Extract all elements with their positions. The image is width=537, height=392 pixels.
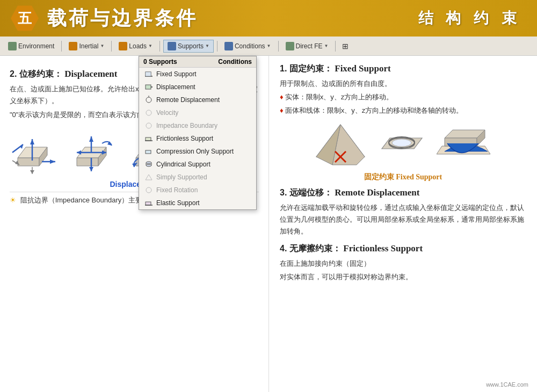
frictionless-label: Frictionless Support xyxy=(156,135,213,142)
star-icon: ☀ xyxy=(10,196,16,204)
compression-only-label: Compression Only Support xyxy=(156,148,234,155)
toolbar-sep-1 xyxy=(61,41,62,52)
fixed-rotation-icon xyxy=(144,186,153,194)
dropdown-item-fixed-support[interactable]: Fixed Support xyxy=(139,68,256,81)
svg-marker-30 xyxy=(30,170,34,174)
fixed-support-caption: 固定约束 Fixed Support xyxy=(280,172,526,182)
dropdown-item-remote-displacement[interactable]: Remote Displacement xyxy=(139,93,256,106)
elastic-label: Elastic Support xyxy=(156,199,200,207)
toolbar-sep-2 xyxy=(111,41,112,52)
svg-rect-2 xyxy=(146,72,151,76)
toolbar: Environment Inertial ▼ Loads ▼ Supports … xyxy=(0,37,537,56)
hexagon-badge: 五 xyxy=(11,4,39,32)
inertial-caret: ▼ xyxy=(100,43,104,48)
svg-point-8 xyxy=(146,123,151,128)
displacement-icon xyxy=(144,83,153,91)
svg-marker-26 xyxy=(30,139,34,144)
conditions-caret: ▼ xyxy=(267,43,271,48)
svg-point-17 xyxy=(146,187,151,193)
remote-disp-body: 允许在远端加载平动和旋转位移，通过点或输入坐标值定义远端的定位点，默认位置为几何… xyxy=(280,202,526,237)
supports-caret: ▼ xyxy=(205,43,209,48)
fixed-support-shape-3 xyxy=(437,122,496,170)
fixed-support-body: 用于限制点、边或面的所有自由度。 实体：限制x、y、z方向上的移动。 面体和线体… xyxy=(280,78,526,117)
dropdown-item-elastic[interactable]: Elastic Support xyxy=(139,197,256,209)
remote-disp-title: 3. 远端位移： Remote Displacement xyxy=(280,187,526,199)
cylindrical-icon xyxy=(144,160,153,169)
fixed-support-section: 1. 固定约束： Fixed Support 用于限制点、边或面的所有自由度。 … xyxy=(280,63,526,182)
svg-marker-16 xyxy=(146,175,152,180)
svg-rect-3 xyxy=(146,85,151,89)
toolbar-sep-6 xyxy=(335,41,336,52)
supports-icon xyxy=(168,42,176,50)
loads-caret: ▼ xyxy=(148,43,153,48)
conditions-icon xyxy=(224,42,233,50)
loads-label: Loads xyxy=(129,42,147,50)
fixed-rotation-label: Fixed Rotation xyxy=(156,186,198,194)
svg-marker-43 xyxy=(77,150,81,155)
page-subtitle: 结 构 约 束 xyxy=(418,8,521,28)
dropdown-item-cylindrical[interactable]: Cylindrical Support xyxy=(139,158,256,171)
bullet1: 实体：限制x、y、z方向上的移动。 xyxy=(280,91,526,103)
svg-marker-28 xyxy=(50,159,55,164)
dropdown-item-displacement[interactable]: Displacement xyxy=(139,81,256,93)
svg-rect-9 xyxy=(146,137,151,141)
dropdown-header-supports: 0 Supports xyxy=(143,58,177,66)
direct-fe-icon xyxy=(286,42,294,50)
page-header: 五 载荷与边界条件 结 构 约 束 xyxy=(0,0,537,37)
svg-point-12 xyxy=(146,164,151,166)
velocity-label: Velocity xyxy=(156,109,178,117)
disp-diagram-1 xyxy=(10,128,63,177)
environment-label: Environment xyxy=(18,42,54,50)
simply-supported-label: Simply Supported xyxy=(156,173,207,181)
right-panel: 1. 固定约束： Fixed Support 用于限制点、边或面的所有自由度。 … xyxy=(268,56,537,392)
svg-point-62 xyxy=(392,139,411,147)
environment-icon xyxy=(8,42,17,50)
displacement-label: Displacement xyxy=(156,83,195,91)
main-content: 2. 位移约束： Displacement 在点、边或面上施加已知位移。允许给出… xyxy=(0,56,537,392)
inertial-icon xyxy=(69,42,77,50)
svg-point-7 xyxy=(146,110,151,115)
disp-diagram-2 xyxy=(69,128,122,177)
elastic-icon xyxy=(144,199,153,207)
conditions-label: Conditions xyxy=(235,42,265,50)
supports-dropdown: 0 Supports Conditions Fixed Support Disp… xyxy=(139,56,257,210)
impedance-label: Impedance Boundary xyxy=(156,122,217,129)
toolbar-sep-3 xyxy=(159,41,160,52)
toolbar-extra-button[interactable]: ⊞ xyxy=(339,40,352,52)
dropdown-item-compression-only[interactable]: Compression Only Support xyxy=(139,145,256,158)
svg-rect-18 xyxy=(146,202,151,205)
hexagon-label: 五 xyxy=(18,9,32,28)
direct-fe-button[interactable]: Direct FE ▼ xyxy=(282,40,332,52)
loads-icon xyxy=(119,42,127,50)
frictionless-title: 4. 无摩擦约束： Frictionless Support xyxy=(280,243,526,255)
fixed-support-shape-1 xyxy=(311,122,370,170)
impedance-icon xyxy=(144,121,153,130)
dropdown-item-frictionless[interactable]: Frictionless Support xyxy=(139,132,256,145)
page-title: 载荷与边界条件 xyxy=(47,5,198,32)
toolbar-extra-icon: ⊞ xyxy=(342,42,349,50)
fixed-support-icon xyxy=(144,70,153,78)
supports-label: Supports xyxy=(178,42,204,50)
loads-button[interactable]: Loads ▼ xyxy=(115,40,156,52)
svg-point-15 xyxy=(146,162,151,164)
frictionless-section: 4. 无摩擦约束： Frictionless Support 在面上施加接向约束… xyxy=(280,243,526,283)
dropdown-item-velocity[interactable]: Velocity xyxy=(139,106,256,119)
svg-rect-11 xyxy=(146,150,151,154)
simply-supported-icon xyxy=(144,173,153,182)
fixed-support-label: Fixed Support xyxy=(156,70,197,78)
compression-only-icon xyxy=(144,147,153,156)
svg-marker-37 xyxy=(89,136,93,142)
svg-marker-39 xyxy=(89,167,93,171)
fixed-support-title: 1. 固定约束： Fixed Support xyxy=(280,63,526,75)
dropdown-item-fixed-rotation[interactable]: Fixed Rotation xyxy=(139,184,256,197)
fixed-support-shape-2 xyxy=(376,122,430,170)
dropdown-item-simply-supported[interactable]: Simply Supported xyxy=(139,171,256,184)
toolbar-sep-5 xyxy=(278,41,279,52)
environment-button[interactable]: Environment xyxy=(4,40,58,52)
svg-marker-34 xyxy=(77,158,98,166)
supports-button[interactable]: Supports ▼ xyxy=(163,40,214,53)
dropdown-item-impedance[interactable]: Impedance Boundary xyxy=(139,119,256,132)
toolbar-sep-4 xyxy=(217,41,217,52)
conditions-button[interactable]: Conditions ▼ xyxy=(221,40,275,52)
inertial-button[interactable]: Inertial ▼ xyxy=(65,40,108,52)
